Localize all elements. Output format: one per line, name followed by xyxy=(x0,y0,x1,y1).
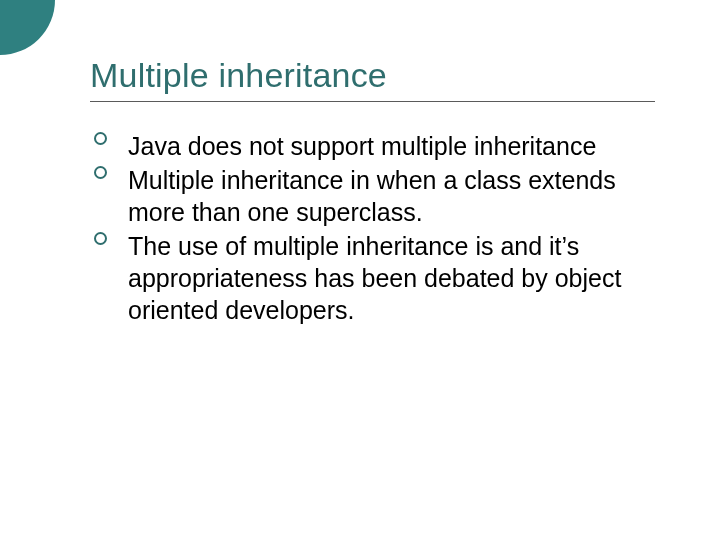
bullet-list: Java does not support multiple inheritan… xyxy=(90,130,660,326)
bullet-text: Java does not support multiple inheritan… xyxy=(128,130,660,162)
list-item: Java does not support multiple inheritan… xyxy=(128,130,660,162)
title-underline xyxy=(90,101,655,102)
bullet-icon xyxy=(94,166,107,179)
bullet-icon xyxy=(94,232,107,245)
bullet-text: The use of multiple inheritance is and i… xyxy=(128,230,660,326)
bullet-icon xyxy=(94,132,107,145)
slide: Multiple inheritance Java does not suppo… xyxy=(0,0,720,540)
list-item: Multiple inheritance in when a class ext… xyxy=(128,164,660,228)
list-item: The use of multiple inheritance is and i… xyxy=(128,230,660,326)
slide-title: Multiple inheritance xyxy=(90,56,660,95)
bullet-text: Multiple inheritance in when a class ext… xyxy=(128,164,660,228)
